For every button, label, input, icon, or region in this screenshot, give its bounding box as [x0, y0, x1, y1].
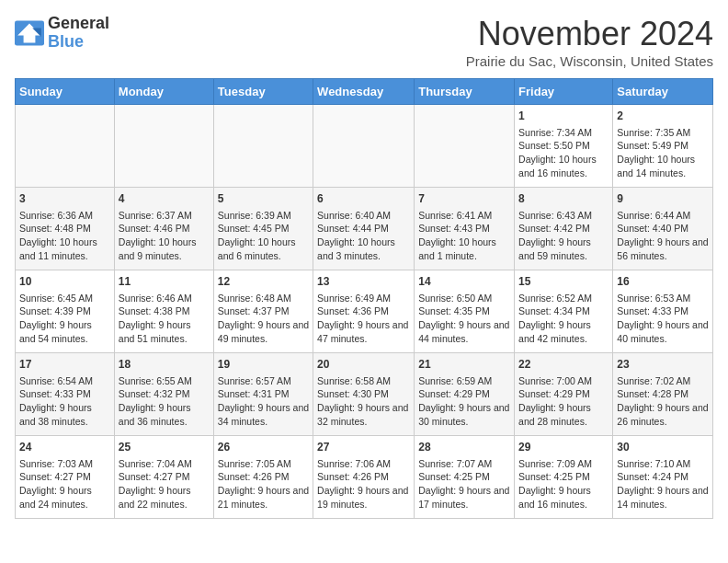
header-monday: Monday [114, 79, 213, 105]
day-info: Sunrise: 7:35 AM Sunset: 5:49 PM Dayligh… [617, 126, 709, 180]
calendar-cell: 10Sunrise: 6:45 AM Sunset: 4:39 PM Dayli… [16, 270, 115, 353]
day-number: 22 [518, 357, 609, 373]
calendar-week-row: 10Sunrise: 6:45 AM Sunset: 4:39 PM Dayli… [16, 270, 713, 353]
header: General Blue November 2024 Prairie du Sa… [15, 15, 713, 69]
day-number: 20 [317, 357, 410, 373]
day-number: 14 [418, 274, 510, 290]
day-number: 21 [418, 357, 510, 373]
calendar-cell: 25Sunrise: 7:04 AM Sunset: 4:27 PM Dayli… [114, 436, 213, 519]
day-info: Sunrise: 6:57 AM Sunset: 4:31 PM Dayligh… [218, 374, 309, 429]
day-info: Sunrise: 6:46 AM Sunset: 4:38 PM Dayligh… [119, 292, 210, 346]
day-number: 11 [119, 274, 210, 290]
day-info: Sunrise: 6:41 AM Sunset: 4:43 PM Dayligh… [418, 209, 510, 263]
day-number: 29 [518, 440, 609, 455]
day-info: Sunrise: 6:36 AM Sunset: 4:48 PM Dayligh… [19, 209, 110, 263]
logo: General Blue [15, 15, 109, 52]
header-thursday: Thursday [415, 79, 515, 105]
day-info: Sunrise: 7:07 AM Sunset: 4:25 PM Dayligh… [418, 457, 510, 511]
day-number: 26 [218, 440, 309, 455]
day-number: 9 [617, 191, 709, 207]
logo-icon [15, 20, 44, 46]
header-saturday: Saturday [613, 79, 713, 105]
calendar-cell [313, 105, 415, 188]
header-sunday: Sunday [16, 79, 115, 105]
calendar-cell: 18Sunrise: 6:55 AM Sunset: 4:32 PM Dayli… [114, 353, 213, 436]
calendar-cell: 20Sunrise: 6:58 AM Sunset: 4:30 PM Dayli… [313, 353, 415, 436]
day-info: Sunrise: 6:48 AM Sunset: 4:37 PM Dayligh… [218, 292, 309, 346]
day-info: Sunrise: 7:03 AM Sunset: 4:27 PM Dayligh… [19, 457, 110, 511]
calendar-cell: 12Sunrise: 6:48 AM Sunset: 4:37 PM Dayli… [213, 270, 313, 353]
logo-line2: Blue [48, 33, 109, 52]
calendar-cell [114, 105, 213, 188]
day-info: Sunrise: 6:59 AM Sunset: 4:29 PM Dayligh… [418, 374, 510, 429]
day-number: 4 [119, 191, 210, 207]
day-info: Sunrise: 6:53 AM Sunset: 4:33 PM Dayligh… [617, 292, 709, 346]
calendar-cell: 2Sunrise: 7:35 AM Sunset: 5:49 PM Daylig… [613, 105, 713, 188]
day-info: Sunrise: 6:40 AM Sunset: 4:44 PM Dayligh… [317, 209, 410, 263]
day-info: Sunrise: 6:50 AM Sunset: 4:35 PM Dayligh… [418, 292, 510, 346]
calendar-cell: 21Sunrise: 6:59 AM Sunset: 4:29 PM Dayli… [415, 353, 515, 436]
calendar-cell: 22Sunrise: 7:00 AM Sunset: 4:29 PM Dayli… [515, 353, 613, 436]
day-info: Sunrise: 6:54 AM Sunset: 4:33 PM Dayligh… [19, 374, 110, 429]
day-number: 13 [317, 274, 410, 290]
day-number: 12 [218, 274, 309, 290]
calendar-cell: 3Sunrise: 6:36 AM Sunset: 4:48 PM Daylig… [16, 188, 115, 270]
calendar-cell: 16Sunrise: 6:53 AM Sunset: 4:33 PM Dayli… [613, 270, 713, 353]
logo-line1: General [48, 15, 109, 33]
day-number: 15 [518, 274, 609, 290]
calendar-cell: 30Sunrise: 7:10 AM Sunset: 4:24 PM Dayli… [613, 436, 713, 519]
title-area: November 2024 Prairie du Sac, Wisconsin,… [466, 15, 713, 69]
calendar-cell: 13Sunrise: 6:49 AM Sunset: 4:36 PM Dayli… [313, 270, 415, 353]
calendar-cell: 9Sunrise: 6:44 AM Sunset: 4:40 PM Daylig… [613, 188, 713, 270]
calendar-cell: 7Sunrise: 6:41 AM Sunset: 4:43 PM Daylig… [415, 188, 515, 270]
header-tuesday: Tuesday [213, 79, 313, 105]
day-number: 16 [617, 274, 709, 290]
day-number: 23 [617, 357, 709, 373]
calendar-cell: 29Sunrise: 7:09 AM Sunset: 4:25 PM Dayli… [515, 436, 613, 519]
calendar-week-row: 17Sunrise: 6:54 AM Sunset: 4:33 PM Dayli… [16, 353, 713, 436]
day-info: Sunrise: 6:58 AM Sunset: 4:30 PM Dayligh… [317, 374, 410, 429]
calendar-week-row: 3Sunrise: 6:36 AM Sunset: 4:48 PM Daylig… [16, 188, 713, 270]
day-number: 6 [317, 191, 410, 207]
day-number: 7 [418, 191, 510, 207]
calendar-week-row: 24Sunrise: 7:03 AM Sunset: 4:27 PM Dayli… [16, 436, 713, 519]
logo-text: General Blue [48, 15, 109, 52]
day-info: Sunrise: 6:43 AM Sunset: 4:42 PM Dayligh… [518, 209, 609, 263]
day-info: Sunrise: 6:45 AM Sunset: 4:39 PM Dayligh… [19, 292, 110, 346]
month-title: November 2024 [466, 15, 713, 53]
day-number: 28 [418, 440, 510, 455]
calendar-cell: 14Sunrise: 6:50 AM Sunset: 4:35 PM Dayli… [415, 270, 515, 353]
day-number: 18 [119, 357, 210, 373]
calendar-cell: 19Sunrise: 6:57 AM Sunset: 4:31 PM Dayli… [213, 353, 313, 436]
header-wednesday: Wednesday [313, 79, 415, 105]
calendar-cell [213, 105, 313, 188]
calendar-table: SundayMondayTuesdayWednesdayThursdayFrid… [15, 78, 713, 519]
day-info: Sunrise: 6:55 AM Sunset: 4:32 PM Dayligh… [119, 374, 210, 429]
day-info: Sunrise: 7:04 AM Sunset: 4:27 PM Dayligh… [119, 457, 210, 511]
calendar-cell: 17Sunrise: 6:54 AM Sunset: 4:33 PM Dayli… [16, 353, 115, 436]
day-info: Sunrise: 7:10 AM Sunset: 4:24 PM Dayligh… [617, 457, 709, 511]
day-number: 8 [518, 191, 609, 207]
header-friday: Friday [515, 79, 613, 105]
day-number: 19 [218, 357, 309, 373]
calendar-cell: 11Sunrise: 6:46 AM Sunset: 4:38 PM Dayli… [114, 270, 213, 353]
calendar-cell: 26Sunrise: 7:05 AM Sunset: 4:26 PM Dayli… [213, 436, 313, 519]
day-number: 17 [19, 357, 110, 373]
calendar-cell: 5Sunrise: 6:39 AM Sunset: 4:45 PM Daylig… [213, 188, 313, 270]
calendar-cell: 1Sunrise: 7:34 AM Sunset: 5:50 PM Daylig… [515, 105, 613, 188]
calendar-week-row: 1Sunrise: 7:34 AM Sunset: 5:50 PM Daylig… [16, 105, 713, 188]
subtitle: Prairie du Sac, Wisconsin, United States [466, 53, 713, 69]
calendar-cell: 6Sunrise: 6:40 AM Sunset: 4:44 PM Daylig… [313, 188, 415, 270]
day-number: 24 [19, 440, 110, 455]
day-number: 3 [19, 191, 110, 207]
day-info: Sunrise: 6:52 AM Sunset: 4:34 PM Dayligh… [518, 292, 609, 346]
day-info: Sunrise: 7:34 AM Sunset: 5:50 PM Dayligh… [518, 126, 609, 180]
calendar-cell: 15Sunrise: 6:52 AM Sunset: 4:34 PM Dayli… [515, 270, 613, 353]
day-info: Sunrise: 6:44 AM Sunset: 4:40 PM Dayligh… [617, 209, 709, 263]
calendar-cell: 24Sunrise: 7:03 AM Sunset: 4:27 PM Dayli… [16, 436, 115, 519]
day-number: 27 [317, 440, 410, 455]
day-info: Sunrise: 7:00 AM Sunset: 4:29 PM Dayligh… [518, 374, 609, 429]
day-number: 30 [617, 440, 709, 455]
day-number: 10 [19, 274, 110, 290]
day-info: Sunrise: 6:37 AM Sunset: 4:46 PM Dayligh… [119, 209, 210, 263]
